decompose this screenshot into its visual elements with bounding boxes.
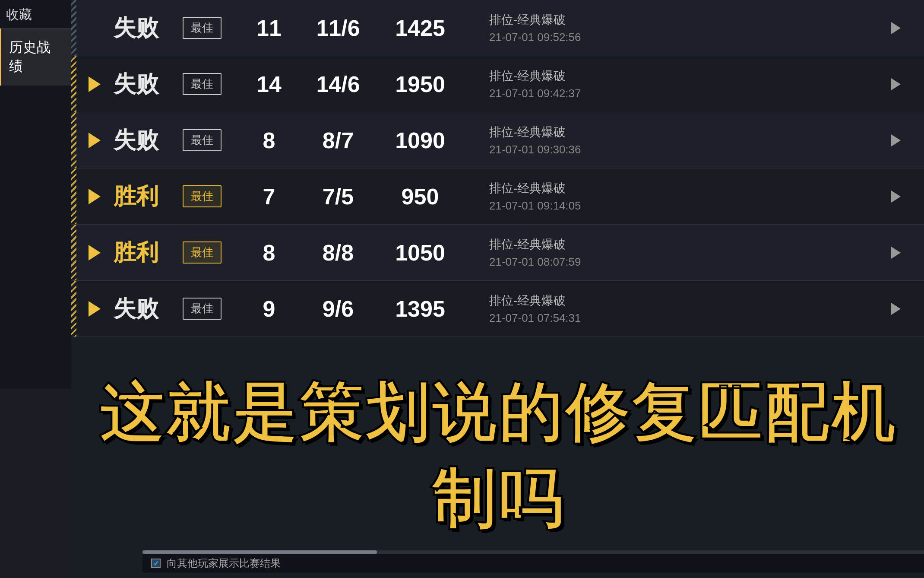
- game-mode: 排位-经典爆破: [489, 12, 885, 28]
- stat-score: 1425: [386, 15, 455, 41]
- stripe-decoration: [71, 0, 76, 56]
- detail-arrow-button[interactable]: [885, 130, 907, 151]
- table-row[interactable]: 失败 最佳 11 11/6 1425 排位-经典爆破 21-07-01 09:5…: [71, 0, 924, 56]
- stat-kills: 8: [243, 240, 295, 266]
- game-info: 排位-经典爆破 21-07-01 07:54:31: [455, 292, 885, 325]
- table-row[interactable]: 胜利 最佳 8 8/8 1050 排位-经典爆破 21-07-01 08:07:…: [71, 225, 924, 281]
- stripe-decoration: [71, 56, 76, 112]
- show-results-bar: ✓ 向其他玩家展示比赛结果: [142, 554, 924, 573]
- detail-arrow-button[interactable]: [885, 298, 907, 320]
- game-time: 21-07-01 09:52:56: [489, 31, 885, 44]
- stat-kd: 7/5: [304, 184, 373, 210]
- sidebar-item-history[interactable]: 历史战绩: [0, 29, 71, 86]
- collect-label: 收藏: [6, 7, 32, 22]
- game-mode: 排位-经典爆破: [489, 292, 885, 309]
- game-time: 21-07-01 09:14:05: [489, 199, 885, 213]
- table-row[interactable]: 失败 最佳 9 9/6 1395 排位-经典爆破 21-07-01 07:54:…: [71, 281, 924, 337]
- game-mode: 排位-经典爆破: [489, 180, 885, 197]
- detail-arrow-button[interactable]: [885, 73, 907, 95]
- best-badge: 最佳: [183, 298, 222, 320]
- stat-kd: 8/8: [304, 240, 373, 266]
- game-time: 21-07-01 08:07:59: [489, 255, 885, 269]
- show-results-label: 向其他玩家展示比赛结果: [167, 556, 281, 570]
- stat-score: 1050: [386, 240, 455, 266]
- result-text: 失败: [114, 13, 183, 43]
- game-mode: 排位-经典爆破: [489, 124, 885, 140]
- bottom-title-text: 这就是策划说的修复匹配机制吗: [99, 377, 897, 535]
- table-row[interactable]: 胜利 最佳 7 7/5 950 排位-经典爆破 21-07-01 09:14:0…: [71, 168, 924, 225]
- bottom-title-area: 这就是策划说的修复匹配机制吗: [71, 362, 924, 552]
- game-time: 21-07-01 07:54:31: [489, 311, 885, 325]
- history-label: 历史战绩: [9, 39, 51, 74]
- stat-kills: 11: [243, 15, 295, 41]
- game-mode: 排位-经典爆破: [489, 68, 885, 84]
- row-indicator: [89, 133, 101, 148]
- stat-kd: 9/6: [304, 296, 373, 322]
- best-badge: 最佳: [183, 129, 222, 151]
- sidebar: 收藏 历史战绩: [0, 0, 71, 389]
- result-text: 失败: [114, 69, 183, 99]
- best-badge: 最佳: [183, 73, 222, 95]
- table-row[interactable]: 失败 最佳 14 14/6 1950 排位-经典爆破 21-07-01 09:4…: [71, 56, 924, 112]
- game-mode: 排位-经典爆破: [489, 236, 885, 253]
- game-info: 排位-经典爆破 21-07-01 09:14:05: [455, 180, 885, 213]
- result-text: 胜利: [114, 238, 183, 268]
- best-badge: 最佳: [183, 185, 222, 207]
- history-list: 失败 最佳 11 11/6 1425 排位-经典爆破 21-07-01 09:5…: [71, 0, 924, 337]
- best-badge: 最佳: [183, 241, 222, 264]
- stat-score: 1950: [386, 71, 455, 97]
- stripe-decoration: [71, 225, 76, 280]
- sidebar-collect-item[interactable]: 收藏: [0, 0, 71, 29]
- table-row[interactable]: 失败 最佳 8 8/7 1090 排位-经典爆破 21-07-01 09:30:…: [71, 112, 924, 168]
- show-results-checkbox[interactable]: ✓: [151, 559, 161, 568]
- best-badge: 最佳: [183, 17, 222, 39]
- row-indicator: [89, 20, 101, 36]
- stat-score: 1090: [386, 127, 455, 153]
- row-indicator: [89, 245, 101, 260]
- stat-kills: 9: [243, 296, 295, 322]
- stat-kills: 7: [243, 184, 295, 210]
- stat-kd: 8/7: [304, 127, 373, 153]
- stat-kills: 14: [243, 71, 295, 97]
- detail-arrow-button[interactable]: [885, 17, 907, 39]
- detail-arrow-button[interactable]: [885, 242, 907, 264]
- stat-kd: 14/6: [304, 71, 373, 97]
- stripe-decoration: [71, 281, 76, 337]
- checkbox-check-icon: ✓: [153, 559, 159, 568]
- stat-kills: 8: [243, 127, 295, 153]
- stat-kd: 11/6: [304, 15, 373, 41]
- game-info: 排位-经典爆破 21-07-01 09:52:56: [455, 12, 885, 44]
- game-info: 排位-经典爆破 21-07-01 09:42:37: [455, 68, 885, 100]
- result-text: 失败: [114, 125, 183, 156]
- stat-score: 1395: [386, 296, 455, 322]
- row-indicator: [89, 189, 101, 204]
- result-text: 失败: [114, 294, 183, 324]
- game-time: 21-07-01 09:42:37: [489, 87, 885, 100]
- game-info: 排位-经典爆破 21-07-01 09:30:36: [455, 124, 885, 156]
- stat-score: 950: [386, 184, 455, 210]
- game-info: 排位-经典爆破 21-07-01 08:07:59: [455, 236, 885, 269]
- result-text: 胜利: [114, 181, 183, 212]
- stripe-decoration: [71, 112, 76, 168]
- row-indicator: [89, 301, 101, 317]
- game-time: 21-07-01 09:30:36: [489, 143, 885, 156]
- detail-arrow-button[interactable]: [885, 186, 907, 207]
- stripe-decoration: [71, 168, 76, 224]
- row-indicator: [89, 76, 101, 92]
